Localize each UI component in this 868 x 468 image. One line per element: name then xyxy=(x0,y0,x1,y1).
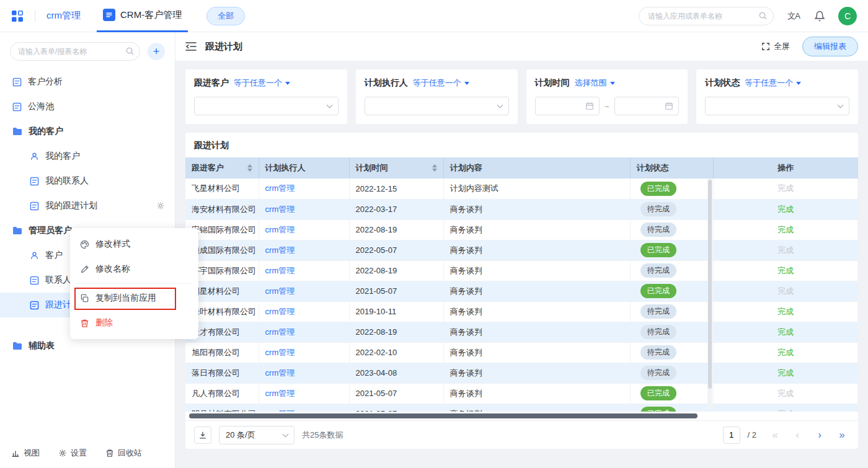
table-row: 飞星材料公司crm管理2022-12-15计划内容测试已完成完成 xyxy=(185,179,858,199)
cell-action: 完成 xyxy=(713,404,857,412)
executor-link[interactable]: crm管理 xyxy=(265,327,295,337)
form-icon xyxy=(30,276,39,285)
fullscreen-button[interactable]: 全屏 xyxy=(761,41,790,52)
sort-icon[interactable] xyxy=(247,164,252,172)
filter-operator-dropdown[interactable]: 选择范围 xyxy=(575,77,615,89)
menu-item-edit-name[interactable]: 修改名称 xyxy=(70,257,198,281)
executor-link[interactable]: crm管理 xyxy=(265,286,295,296)
table-card: 跟进计划 跟进客户 计划执行人 计划时间 计划内容 xyxy=(185,133,858,449)
first-page-button[interactable]: « xyxy=(768,428,782,443)
vertical-scrollbar[interactable] xyxy=(707,179,712,410)
filter-value-select[interactable] xyxy=(194,97,339,115)
prev-page-button[interactable]: ‹ xyxy=(790,428,805,443)
executor-link[interactable]: crm管理 xyxy=(265,225,295,234)
sidebar-item-label: 客户分析 xyxy=(28,76,63,87)
table-row: 明月材料有限公司crm管理2021-05-07商务谈判已完成完成 xyxy=(185,404,858,412)
avatar[interactable]: C xyxy=(838,7,857,25)
menu-item-edit-style[interactable]: 修改样式 xyxy=(70,232,198,257)
action-complete[interactable]: 完成 xyxy=(777,307,794,316)
tab-crm-customer-management[interactable]: CRM-客户管理 xyxy=(97,0,188,32)
next-page-button[interactable]: › xyxy=(812,428,827,443)
edit-report-button[interactable]: 编辑报表 xyxy=(802,37,858,56)
sidebar-item-my-customers[interactable]: 我的客户 xyxy=(0,144,175,169)
report-icon xyxy=(30,301,39,310)
cell-executor: crm管理 xyxy=(259,383,349,404)
status-badge: 待完成 xyxy=(640,304,676,319)
filter-label: 计划时间 xyxy=(535,77,570,89)
action-complete[interactable]: 完成 xyxy=(777,348,794,357)
menu-item-copy-to-current-app[interactable]: 复制到当前应用 xyxy=(70,286,198,311)
horizontal-scrollbar[interactable] xyxy=(188,413,712,418)
action-complete[interactable]: 完成 xyxy=(777,327,794,337)
menu-item-delete[interactable]: 删除 xyxy=(70,311,198,335)
views-button[interactable]: 视图 xyxy=(11,448,40,459)
recycle-bin-button[interactable]: 回收站 xyxy=(105,448,142,459)
sidebar-item-label: 公海池 xyxy=(28,101,54,112)
status-badge: 已完成 xyxy=(640,284,676,298)
action-complete[interactable]: 完成 xyxy=(777,266,794,275)
apps-grid-icon[interactable] xyxy=(11,10,24,22)
executor-link[interactable]: crm管理 xyxy=(265,266,295,275)
bell-icon[interactable] xyxy=(812,9,827,24)
sidebar-item-my-contacts[interactable]: 我的联系人 xyxy=(0,169,175,193)
sidebar-group-my-customers[interactable]: 我的客户 xyxy=(0,119,175,144)
horizontal-scrollbar-thumb[interactable] xyxy=(189,413,698,418)
action-complete[interactable]: 完成 xyxy=(777,368,794,377)
export-button[interactable] xyxy=(194,426,211,444)
item-settings-gear-icon[interactable] xyxy=(156,201,165,210)
executor-link[interactable]: crm管理 xyxy=(265,205,295,214)
all-button[interactable]: 全部 xyxy=(206,7,245,25)
date-end-input[interactable] xyxy=(614,97,680,115)
sidebar-search-input[interactable] xyxy=(10,42,140,61)
action-complete[interactable]: 完成 xyxy=(777,225,794,234)
executor-link[interactable]: crm管理 xyxy=(265,183,295,193)
menu-divider xyxy=(76,283,192,284)
copy-icon xyxy=(80,294,89,303)
app-name-link[interactable]: crm管理 xyxy=(46,10,81,22)
filter-value-select[interactable] xyxy=(365,97,509,115)
executor-link[interactable]: crm管理 xyxy=(265,348,295,357)
cell-executor: crm管理 xyxy=(259,179,349,199)
date-start-input[interactable] xyxy=(535,97,600,115)
sidebar-search xyxy=(10,42,140,61)
translate-icon[interactable]: 文A xyxy=(786,9,801,24)
sidebar-item-customer-analysis[interactable]: 客户分析 xyxy=(0,69,175,94)
table-row: 顺成国际有限公司crm管理2022-05-07商务谈判已完成完成 xyxy=(185,240,858,260)
vertical-scrollbar-thumb[interactable] xyxy=(708,180,712,389)
collapse-sidebar-icon[interactable] xyxy=(185,42,197,51)
page-size-value: 20 条/页 xyxy=(226,430,255,441)
filter-value-select[interactable] xyxy=(705,97,849,115)
executor-link[interactable]: crm管理 xyxy=(265,389,295,398)
executor-link[interactable]: crm管理 xyxy=(265,409,295,412)
sidebar-item-label: 客户 xyxy=(45,250,63,261)
page-input[interactable] xyxy=(723,426,740,444)
sidebar-item-label: 联系人 xyxy=(45,275,71,286)
action-complete[interactable]: 完成 xyxy=(777,205,794,214)
settings-button[interactable]: 设置 xyxy=(58,448,87,459)
col-header-date[interactable]: 计划时间 xyxy=(349,157,443,179)
executor-link[interactable]: crm管理 xyxy=(265,245,295,255)
cell-content: 商务谈判 xyxy=(443,240,630,260)
last-page-button[interactable]: » xyxy=(835,428,849,443)
filter-operator-dropdown[interactable]: 等于任意一个 xyxy=(234,77,290,89)
cell-customer: 海安材料有限公司 xyxy=(185,199,259,219)
executor-link[interactable]: crm管理 xyxy=(265,368,295,377)
cell-content: 商务谈判 xyxy=(443,363,630,383)
total-count: 共25条数据 xyxy=(302,430,343,441)
main-area: 跟进计划 全屏 编辑报表 跟进客户 等于任意一个 xyxy=(175,32,868,468)
sidebar-item-public-pool[interactable]: 公海池 xyxy=(0,94,175,119)
cell-executor: crm管理 xyxy=(259,342,349,363)
chevron-down-icon xyxy=(283,431,289,437)
col-header-customer[interactable]: 跟进客户 xyxy=(185,157,259,179)
global-search-input[interactable] xyxy=(639,7,774,25)
sort-icon[interactable] xyxy=(432,164,437,172)
executor-link[interactable]: crm管理 xyxy=(265,307,295,316)
page-size-select[interactable]: 20 条/页 xyxy=(219,426,294,444)
fullscreen-label: 全屏 xyxy=(774,41,790,52)
add-form-button[interactable]: + xyxy=(148,43,165,60)
cell-executor: crm管理 xyxy=(259,260,349,281)
filter-operator-dropdown[interactable]: 等于任意一个 xyxy=(745,77,801,89)
sidebar-item-my-follow-plan[interactable]: 我的跟进计划 xyxy=(0,193,175,218)
filter-operator-dropdown[interactable]: 等于任意一个 xyxy=(413,77,469,89)
cell-executor: crm管理 xyxy=(259,240,349,260)
